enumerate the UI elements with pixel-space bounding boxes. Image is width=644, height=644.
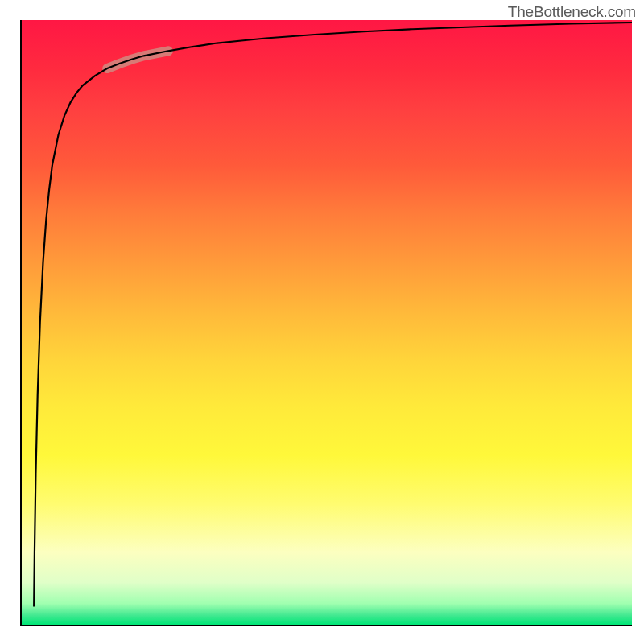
gradient-background	[22, 20, 632, 625]
plot-area	[20, 20, 632, 626]
attribution-label: TheBottleneck.com	[508, 3, 636, 21]
chart-container: TheBottleneck.com	[0, 0, 644, 644]
